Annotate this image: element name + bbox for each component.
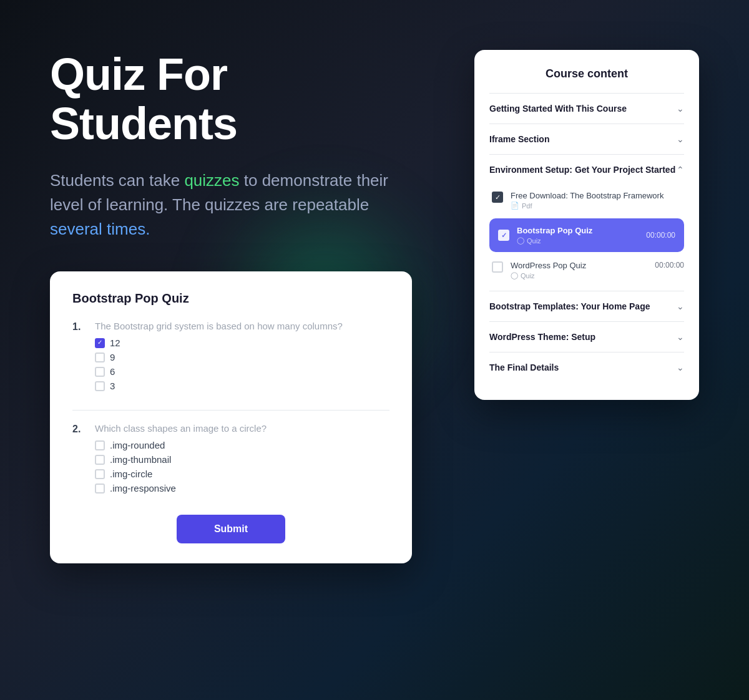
highlight-several-times: several times. [50,220,150,238]
checkbox-12[interactable] [95,338,105,348]
quiz-card: Bootstrap Pop Quiz 1. The Bootstrap grid… [50,271,412,563]
question-1-number: 1. [72,321,85,333]
option-9-label: 9 [110,352,115,362]
section-wordpress-theme-title: WordPress Theme: Setup [489,332,595,342]
lesson-check-bootstrap-quiz [498,230,509,241]
section-bootstrap-templates-title: Bootstrap Templates: Your Home Page [489,301,650,311]
quiz-card-title: Bootstrap Pop Quiz [72,291,389,306]
section-environment-title: Environment Setup: Get Your Project Star… [489,165,675,175]
checkbox-img-circle[interactable] [95,469,105,479]
section-final-details-title: The Final Details [489,362,559,372]
section-iframe[interactable]: Iframe Section ⌄ [489,124,684,154]
lesson-wordpress-quiz-time: 00:00:00 [655,261,684,270]
checkbox-6[interactable] [95,367,105,377]
lesson-free-download-type: Pdf [522,202,532,210]
lesson-bootstrap-quiz-time: 00:00:00 [646,231,675,240]
chevron-down-icon: ⌄ [677,104,684,114]
hero-description: Students can take quizzes to demonstrate… [50,168,412,241]
section-environment-row[interactable]: Environment Setup: Get Your Project Star… [489,155,684,185]
option-img-circle-label: .img-circle [110,469,152,479]
section-bootstrap-templates[interactable]: Bootstrap Templates: Your Home Page ⌄ [489,291,684,321]
option-2-3[interactable]: .img-circle [95,469,389,479]
section-getting-started-title: Getting Started With This Course [489,104,627,114]
submit-button[interactable]: Submit [177,515,285,543]
lesson-wordpress-quiz[interactable]: WordPress Pop Quiz ◯ Quiz 00:00:00 [489,255,684,286]
question-2: 2. Which class shapes an image to a circ… [72,423,389,497]
lesson-check-free-download [492,192,503,203]
checkbox-img-thumbnail[interactable] [95,455,105,465]
checkbox-img-rounded[interactable] [95,440,105,450]
question-2-text: Which class shapes an image to a circle? [95,423,389,434]
chevron-down-icon-3: ⌄ [677,301,684,311]
option-2-4[interactable]: .img-responsive [95,483,389,493]
option-img-rounded-label: .img-rounded [110,440,165,450]
checkbox-9[interactable] [95,352,105,362]
lesson-free-download-meta: 📄 Pdf [511,202,684,210]
expanded-lessons: Free Download: The Bootstrap Framework 📄… [489,185,684,291]
option-2-2[interactable]: .img-thumbnail [95,454,389,465]
course-panel-title: Course content [489,67,684,80]
option-2-1[interactable]: .img-rounded [95,440,389,450]
lesson-bootstrap-quiz[interactable]: Bootstrap Pop Quiz ◯ Quiz 00:00:00 [489,218,684,252]
question-1-text: The Bootstrap grid system is based on ho… [95,321,389,331]
lesson-bootstrap-quiz-meta: ◯ Quiz [517,236,639,245]
section-final-details[interactable]: The Final Details ⌄ [489,352,684,382]
question-divider [72,410,389,411]
course-panel: Course content Getting Started With This… [474,50,699,400]
hero-title: Quiz For Students [50,50,424,148]
checkbox-img-responsive[interactable] [95,484,105,493]
highlight-quizzes: quizzes [184,171,239,190]
question-2-number: 2. [72,423,85,435]
option-1-3[interactable]: 6 [95,366,389,377]
checkbox-3[interactable] [95,381,105,391]
section-getting-started[interactable]: Getting Started With This Course ⌄ [489,94,684,124]
section-iframe-title: Iframe Section [489,134,549,144]
option-1-4[interactable]: 3 [95,381,389,391]
lesson-wordpress-quiz-type: Quiz [521,272,535,280]
chevron-down-icon-2: ⌄ [677,134,684,144]
question-1: 1. The Bootstrap grid system is based on… [72,321,389,395]
option-3-label: 3 [110,381,115,391]
option-1-2[interactable]: 9 [95,352,389,362]
clock-icon: ◯ [517,236,524,245]
lesson-bootstrap-quiz-type: Quiz [527,237,541,245]
lesson-free-download[interactable]: Free Download: The Bootstrap Framework 📄… [489,185,684,216]
option-6-label: 6 [110,366,115,377]
section-environment-setup: Environment Setup: Get Your Project Star… [489,155,684,291]
lesson-check-wordpress-quiz [492,261,503,273]
chevron-up-icon: ⌃ [677,165,684,175]
lesson-free-download-name: Free Download: The Bootstrap Framework [511,191,684,200]
lesson-wordpress-quiz-meta: ◯ Quiz [511,271,647,280]
option-img-thumbnail-label: .img-thumbnail [110,454,171,465]
option-1-1[interactable]: 12 [95,338,389,348]
lesson-bootstrap-quiz-name: Bootstrap Pop Quiz [517,226,639,235]
lesson-wordpress-quiz-name: WordPress Pop Quiz [511,261,647,270]
clock-icon-2: ◯ [511,271,518,280]
option-img-responsive-label: .img-responsive [110,483,176,493]
section-wordpress-theme[interactable]: WordPress Theme: Setup ⌄ [489,322,684,352]
chevron-down-icon-4: ⌄ [677,332,684,342]
chevron-down-icon-5: ⌄ [677,362,684,372]
doc-icon: 📄 [511,202,519,210]
option-12-label: 12 [110,338,120,348]
